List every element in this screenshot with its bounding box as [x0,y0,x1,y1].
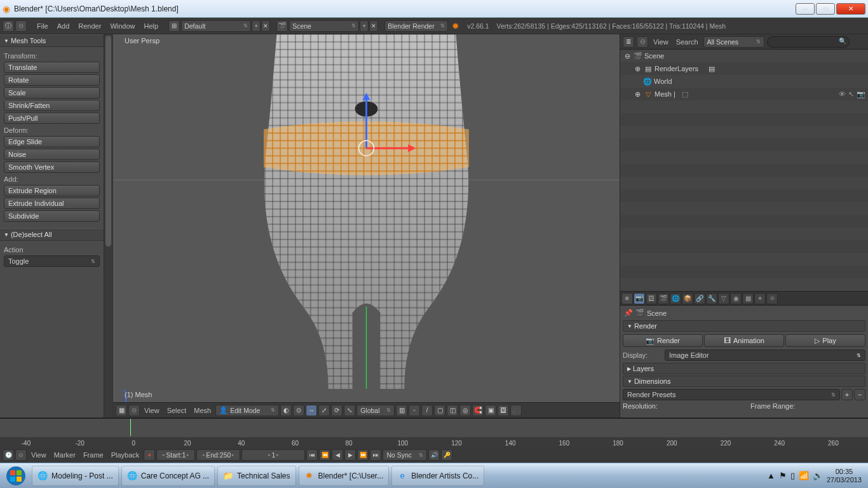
tab-data[interactable]: ▽ [718,293,729,304]
display-dropdown[interactable]: Image Editor⇅ [665,349,865,361]
outliner-collapse-icon[interactable]: ⊖ [637,36,648,48]
minimize-button[interactable]: — [796,3,815,15]
selectable-icon[interactable]: ↖ [848,90,854,98]
deselect-all-header[interactable]: ▼(De)select All [0,228,104,241]
maximize-button[interactable]: ▭ [816,3,835,15]
menu-window[interactable]: Window [106,22,139,30]
tray-action-icon[interactable]: ⚑ [779,471,787,480]
timeline-menu-view[interactable]: View [28,451,50,459]
3d-viewport[interactable]: User Persp [113,34,620,417]
taskbar-item[interactable]: 🌐Care Concept AG ... [121,466,215,486]
jump-prev-key-icon[interactable]: ⏪ [319,449,330,461]
push-pull-button[interactable]: Push/Pull [4,112,100,124]
scene-add-button[interactable]: + [360,20,369,32]
animation-button[interactable]: 🎞 Animation [704,334,784,347]
taskbar-item[interactable]: eBlender Artists Co... [391,466,484,486]
edge-slide-button[interactable]: Edge Slide [4,136,100,147]
manipulator-toggle-icon[interactable]: ↔ [306,405,317,416]
viewport-menu-mesh[interactable]: Mesh [191,407,214,414]
tab-world[interactable]: 🌐 [670,293,681,304]
close-button[interactable]: ✕ [836,3,865,15]
translate-button[interactable]: Translate [4,62,100,73]
outliner-menu-view[interactable]: View [651,38,671,46]
noise-button[interactable]: Noise [4,149,100,160]
action-dropdown[interactable]: Toggle⇅ [4,255,100,267]
tab-texture[interactable]: ▦ [742,293,754,304]
layers-panel-header[interactable]: ▶Layers [623,363,865,374]
taskbar-item[interactable]: 📁Technical Sales [217,466,295,486]
shrink-fatten-button[interactable]: Shrink/Fatten [4,100,100,111]
jump-start-icon[interactable]: ⏮ [306,449,318,461]
props-editor-icon[interactable]: ≡ [621,293,633,304]
snap-icon[interactable]: 🧲 [472,405,484,416]
rotate-button[interactable]: Rotate [4,74,100,86]
render-panel-header[interactable]: ▼Render [623,320,865,332]
screen-layout-dropdown[interactable]: Default⇅ [181,20,251,32]
scene-del-button[interactable]: ✕ [369,20,378,32]
scale-gizmo-icon[interactable]: ⤡ [344,405,355,416]
rotate-gizmo-icon[interactable]: ⟳ [331,405,342,416]
menu-render[interactable]: Render [74,22,105,30]
editor-type-icon[interactable]: ⓘ [3,20,14,32]
timeline-ruler[interactable]: -40-200204060801001201401601802002202402… [0,419,868,447]
tray-volume-icon[interactable]: 🔊 [813,471,823,480]
layout-del-button[interactable]: ✕ [261,20,270,32]
scale-button[interactable]: Scale [4,87,100,98]
select-face-icon[interactable]: ▢ [434,405,445,416]
play-icon[interactable]: ▶ [344,449,356,461]
scene-icon[interactable]: 🎬 [276,20,288,32]
render-engine-dropdown[interactable]: Blender Render⇅ [384,20,448,32]
tab-scene[interactable]: 🎬 [658,293,669,304]
dimensions-panel-header[interactable]: ▼Dimensions [623,376,865,387]
shading-icon[interactable]: ◐ [280,405,292,416]
outliner-filter-dropdown[interactable]: All Scenes⇅ [703,36,764,48]
renderable-icon[interactable]: 📷 [857,90,865,98]
start-frame-field[interactable]: ◂Start: 1▸ [156,449,195,461]
tray-clock[interactable]: 00:35 27/03/2013 [827,468,862,484]
pivot-icon[interactable]: ⊙ [293,405,304,416]
viewport-editor-icon[interactable]: ▦ [116,405,127,416]
end-frame-field[interactable]: ◂End: 250▸ [196,449,240,461]
current-frame-field[interactable]: ◂1▸ [241,449,305,461]
taskbar-item[interactable]: ✹Blender* [C:\User... [299,466,390,486]
menu-add[interactable]: Add [53,22,74,30]
tree-world[interactable]: World [654,78,672,85]
jump-end-icon[interactable]: ⏭ [370,449,381,461]
snap-target-icon[interactable]: ▣ [485,405,496,416]
render-camera-icon[interactable]: 🎥 [510,405,522,416]
tab-constraints[interactable]: 🔗 [694,293,705,304]
system-tray[interactable]: ▲ ⚑ ▯ 📶 🔊 00:35 27/03/2013 [767,468,865,484]
orientation-dropdown[interactable]: Global⇅ [356,405,395,416]
tab-render[interactable]: 📷 [634,293,645,304]
preset-add-button[interactable]: + [841,389,853,400]
tab-particles[interactable]: ✴ [754,293,766,304]
outliner-menu-search[interactable]: Search [674,38,701,46]
limit-visible-icon[interactable]: ◫ [447,405,458,416]
render-preview-icon[interactable]: 🖼 [498,405,509,416]
tab-render-layers[interactable]: 🖼 [646,293,657,304]
tree-scene[interactable]: Scene [644,52,664,60]
visibility-icon[interactable]: 👁 [839,90,846,98]
jump-next-key-icon[interactable]: ⏩ [357,449,369,461]
tree-mesh[interactable]: Mesh [654,90,672,98]
outliner-editor-icon[interactable]: ≣ [623,36,634,48]
scene-dropdown[interactable]: Scene⇅ [289,20,359,32]
subdivide-button[interactable]: Subdivide [4,210,100,222]
play-reverse-icon[interactable]: ◀ [332,449,343,461]
tree-renderlayers[interactable]: RenderLayers [654,65,698,72]
tab-object[interactable]: 📦 [682,293,693,304]
viewport-collapse-icon[interactable]: ⊖ [128,405,140,416]
screen-layout-icon[interactable]: ⊞ [168,20,180,32]
timeline-collapse-icon[interactable]: ⊖ [15,449,27,461]
timeline-menu-playback[interactable]: Playback [108,451,143,459]
proportional-icon[interactable]: ◎ [459,405,471,416]
extrude-individual-button[interactable]: Extrude Individual [4,198,100,209]
tray-flag-icon[interactable]: ▲ [767,471,775,480]
tray-battery-icon[interactable]: ▯ [790,471,795,480]
mode-dropdown[interactable]: 👤 Edit Mode⇅ [215,405,279,416]
select-vert-icon[interactable]: ◦ [409,405,420,416]
smooth-vertex-button[interactable]: Smooth Vertex [4,161,100,173]
menu-help[interactable]: Help [140,22,163,30]
start-button[interactable] [3,466,29,486]
collapse-menu-icon[interactable]: ⊖ [15,20,27,32]
